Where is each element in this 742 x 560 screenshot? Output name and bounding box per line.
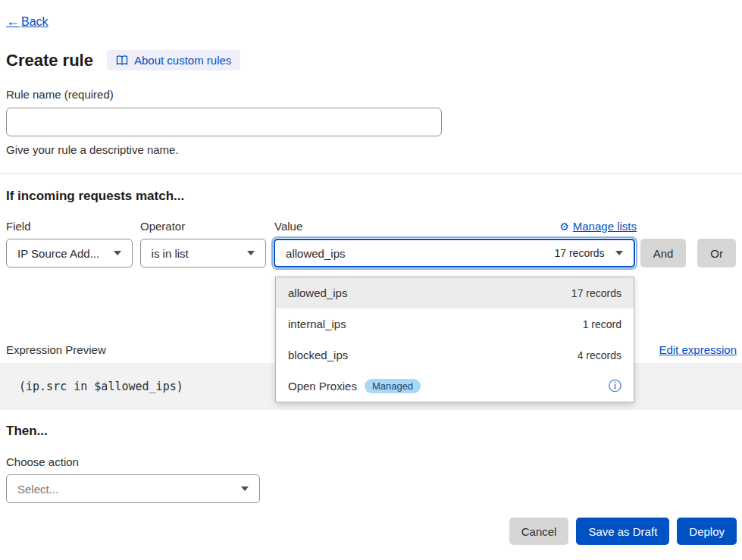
manage-lists-link[interactable]: ⚙ Manage lists [559, 220, 637, 233]
info-icon[interactable]: ⓘ [609, 380, 621, 393]
operator-select-value: is in list [152, 247, 189, 260]
back-link-label: Back [21, 15, 49, 29]
manage-lists-label: Manage lists [573, 220, 637, 233]
value-select-records: 17 records [554, 247, 604, 259]
section-divider [0, 173, 742, 174]
title-row: Create rule About custom rules [6, 50, 240, 70]
option-name: internal_ips [288, 318, 346, 330]
field-select[interactable]: IP Source Add... [6, 239, 133, 267]
edit-expression-link[interactable]: Edit expression [659, 343, 737, 356]
footer-actions: Cancel Save as Draft Deploy [509, 518, 737, 545]
list-option-open-proxies[interactable]: Open Proxies Managed ⓘ [276, 371, 634, 402]
option-name: Open Proxies [288, 380, 357, 393]
option-records: 4 records [578, 349, 621, 361]
expression-code: (ip.src in $allowed_ips) [19, 380, 183, 393]
list-option-blocked-ips[interactable]: blocked_ips 4 records [276, 339, 634, 371]
option-name: blocked_ips [288, 349, 348, 361]
match-selects-row: IP Source Add... is in list allowed_ips … [6, 239, 736, 267]
gear-icon: ⚙ [559, 221, 569, 233]
chevron-down-icon [241, 486, 249, 491]
chevron-down-icon [615, 251, 623, 255]
field-label: Field [6, 220, 133, 233]
rule-name-label: Rule name (required) [6, 88, 442, 101]
book-icon [116, 55, 128, 67]
about-custom-rules-link[interactable]: About custom rules [107, 50, 240, 70]
option-records: 1 record [583, 318, 621, 330]
action-select-placeholder: Select... [17, 483, 58, 496]
chevron-down-icon [114, 251, 121, 255]
operator-select[interactable]: is in list [140, 239, 267, 267]
value-label: Value [274, 220, 302, 233]
create-rule-page: ←Back Create rule About custom rules Rul… [0, 0, 742, 560]
option-records: 17 records [571, 287, 621, 299]
match-labels-row: Field Operator Value ⚙ Manage lists [6, 220, 736, 233]
action-select[interactable]: Select... [6, 474, 260, 503]
match-section-title: If incoming requests match... [6, 189, 184, 204]
expression-preview-label: Expression Preview [6, 343, 106, 356]
or-button[interactable]: Or [697, 239, 736, 267]
save-as-draft-button[interactable]: Save as Draft [576, 518, 669, 545]
back-link[interactable]: ←Back [6, 14, 49, 30]
cancel-button[interactable]: Cancel [509, 518, 569, 545]
list-option-internal-ips[interactable]: internal_ips 1 record [276, 308, 634, 339]
managed-badge: Managed [365, 379, 421, 393]
match-controls: Field Operator Value ⚙ Manage lists IP S… [6, 220, 736, 267]
value-select[interactable]: allowed_ips 17 records [274, 239, 635, 267]
operator-label: Operator [140, 220, 267, 233]
field-select-value: IP Source Add... [17, 247, 99, 260]
then-section-title: Then... [6, 424, 48, 439]
deploy-button[interactable]: Deploy [677, 518, 737, 545]
choose-action-label: Choose action [6, 455, 79, 468]
value-select-value: allowed_ips [286, 247, 345, 260]
rule-name-input[interactable] [6, 108, 442, 136]
rule-name-helper: Give your rule a descriptive name. [6, 143, 442, 156]
about-custom-rules-label: About custom rules [134, 54, 231, 67]
option-name: allowed_ips [288, 286, 347, 299]
value-dropdown-listbox: allowed_ips 17 records internal_ips 1 re… [275, 277, 634, 402]
page-title: Create rule [6, 51, 93, 70]
rule-name-section: Rule name (required) Give your rule a de… [6, 88, 442, 156]
chevron-down-icon [247, 251, 255, 255]
and-button[interactable]: And [640, 239, 687, 267]
back-arrow-icon: ← [6, 14, 20, 30]
list-option-allowed-ips[interactable]: allowed_ips 17 records [276, 277, 634, 308]
